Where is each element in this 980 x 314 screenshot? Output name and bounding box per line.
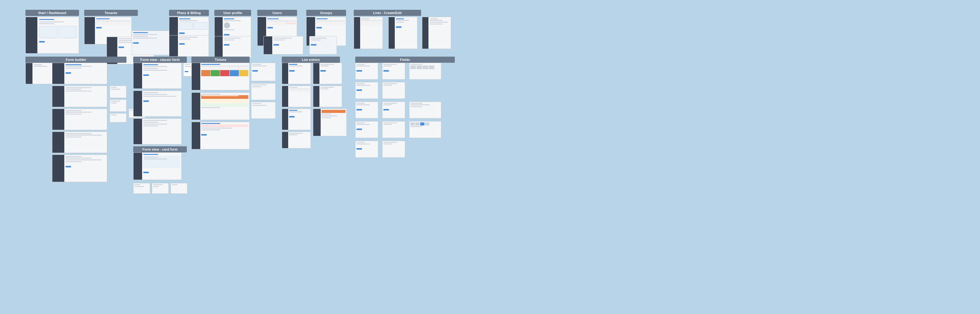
screen-f-3[interactable]: [409, 63, 441, 79]
label-fields: Fields: [355, 57, 455, 63]
canvas: Start / Dashboard Tenants: [0, 0, 980, 314]
screen-users-2[interactable]: [263, 36, 303, 54]
screen-dashboard[interactable]: [25, 17, 79, 54]
screen-tenants-form[interactable]: [132, 31, 172, 55]
screen-f-9[interactable]: [355, 121, 378, 138]
label-form-view-classic: Form view - classic form: [133, 57, 187, 63]
label-tenants: Tenants: [84, 10, 138, 16]
screen-fb-1[interactable]: [25, 63, 56, 84]
label-tickets: Tickets: [191, 57, 250, 63]
screen-user-profile-2[interactable]: [215, 36, 251, 57]
label-lists-createedit: Lists - Create/Edit: [354, 10, 421, 16]
screen-fb-2[interactable]: [52, 63, 107, 84]
screen-fb-5[interactable]: [52, 132, 107, 153]
screen-fb-4[interactable]: [52, 109, 107, 130]
screen-fb-6[interactable]: [52, 155, 107, 182]
screen-lists-1[interactable]: [354, 17, 383, 49]
screen-fvcard-1[interactable]: [133, 152, 181, 180]
screen-f-11[interactable]: [409, 121, 441, 138]
screen-f-12[interactable]: [355, 141, 378, 158]
screen-le-3[interactable]: [282, 86, 311, 107]
screen-le-4[interactable]: [313, 86, 342, 107]
label-groups: Groups: [306, 10, 346, 16]
screen-tickets-1[interactable]: [191, 63, 250, 90]
screen-fvc-1[interactable]: [133, 63, 181, 89]
label-start-dashboard: Start / Dashboard: [25, 10, 79, 16]
screen-fvc-3[interactable]: [133, 119, 181, 144]
screen-f-2[interactable]: [382, 63, 405, 79]
screen-f-1[interactable]: [355, 63, 378, 79]
label-form-builder: Form builder: [25, 57, 126, 63]
label-plans-billing: Plans & Billing: [169, 10, 209, 16]
screen-fvcard-small-1[interactable]: [133, 183, 150, 194]
screen-lists-3[interactable]: [422, 17, 451, 49]
screen-le-1[interactable]: [282, 63, 311, 84]
screen-tickets-side-3[interactable]: [251, 102, 275, 119]
screen-le-5[interactable]: [282, 109, 311, 130]
screen-fb-side-3[interactable]: [110, 113, 126, 122]
screen-le-6[interactable]: [313, 109, 347, 136]
screen-f-5[interactable]: [382, 82, 405, 99]
screen-fb-side-1[interactable]: [110, 86, 126, 98]
label-list-entries: List entries: [282, 57, 340, 63]
screen-fvc-2[interactable]: [133, 90, 181, 117]
label-form-view-card: Form view - card form: [133, 146, 187, 152]
screen-f-7[interactable]: [382, 101, 405, 119]
screen-groups-2[interactable]: [309, 36, 337, 54]
screen-billing-2[interactable]: [169, 35, 209, 57]
screen-f-4[interactable]: [355, 82, 378, 99]
screen-le-2[interactable]: [313, 63, 342, 84]
screen-tickets-2[interactable]: [191, 92, 250, 120]
screen-f-6[interactable]: [355, 101, 378, 119]
screen-fb-side-2[interactable]: [110, 100, 126, 112]
label-user-profile: User profile: [215, 10, 251, 16]
screen-fb-3[interactable]: [52, 86, 107, 107]
label-users: Users: [257, 10, 297, 16]
screen-fvcard-small-2[interactable]: [152, 183, 169, 194]
screen-f-10[interactable]: [382, 121, 405, 138]
screen-tickets-side-2[interactable]: [251, 83, 275, 100]
screen-tickets-3[interactable]: [191, 122, 250, 149]
screen-le-7[interactable]: [282, 132, 311, 148]
screen-f-8[interactable]: [409, 101, 441, 119]
screen-tickets-side-1[interactable]: [251, 63, 275, 81]
screen-lists-2[interactable]: [388, 17, 417, 49]
screen-fvcard-small-3[interactable]: [170, 183, 188, 194]
screen-f-13[interactable]: [382, 141, 405, 158]
